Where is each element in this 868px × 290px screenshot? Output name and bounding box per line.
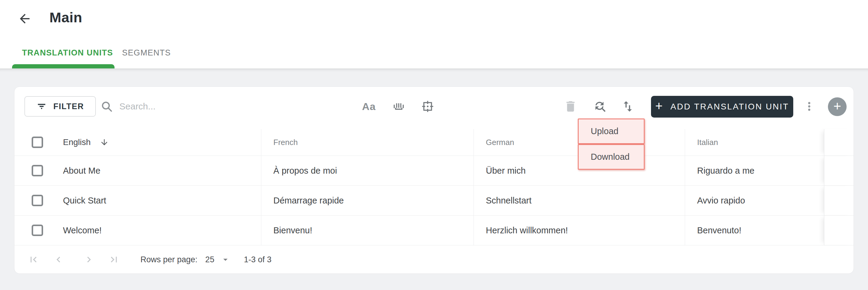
tab-translation-units[interactable]: TRANSLATION UNITS: [22, 48, 113, 58]
rows-per-page-value[interactable]: 25: [205, 255, 214, 264]
select-all-checkbox[interactable]: [32, 137, 43, 148]
focus-frame-icon: [421, 99, 435, 113]
pinned-cell: [824, 156, 854, 185]
more-vert-icon: [803, 100, 816, 113]
translation-units-card: FILTER Aa: [14, 87, 854, 274]
add-circle-plus-icon: +: [833, 99, 841, 113]
table-row[interactable]: Welcome! Bienvenu! Herzlich willkommen! …: [14, 215, 854, 245]
cell-german: Herzlich willkommen!: [473, 215, 685, 245]
column-header-english[interactable]: English: [63, 138, 91, 147]
import-export-icon: [621, 99, 635, 113]
top-header: Main TRANSLATION UNITS SEGMENTS: [0, 0, 868, 68]
import-export-button[interactable]: [621, 99, 635, 114]
focus-frame-button[interactable]: [421, 99, 435, 114]
rows-per-page-dropdown-icon[interactable]: [220, 255, 230, 265]
previous-page-button[interactable]: [53, 254, 64, 266]
translation-units-table: English French German Italian About Me À…: [14, 129, 854, 274]
cell-text: Welcome!: [63, 226, 101, 235]
cell-french: À propos de moi: [261, 156, 473, 185]
menu-item-upload[interactable]: Upload: [578, 118, 645, 144]
cell-italian: Benvenuto!: [685, 215, 824, 245]
arrow-left-icon: [18, 11, 32, 27]
sort-descending-icon[interactable]: [100, 138, 109, 147]
first-page-button[interactable]: [27, 254, 39, 266]
pinned-cell: [824, 186, 854, 215]
table-row[interactable]: Quick Start Démarrage rapide Schnellstar…: [14, 185, 854, 215]
barcode-button[interactable]: [392, 99, 406, 114]
match-case-button[interactable]: Aa: [362, 99, 376, 114]
row-checkbox[interactable]: [32, 195, 43, 206]
pinned-cell: [824, 215, 854, 245]
table-toolbar: FILTER Aa: [14, 87, 854, 129]
barcode-icon: [392, 99, 406, 113]
find-replace-icon: [593, 99, 607, 113]
tab-segments[interactable]: SEGMENTS: [122, 48, 171, 58]
row-checkbox[interactable]: [32, 225, 43, 236]
pinned-header-cell: [824, 129, 854, 155]
search-icon: [100, 100, 113, 113]
cell-english: Quick Start: [14, 186, 261, 215]
back-button[interactable]: [17, 11, 33, 27]
cell-french: Démarrage rapide: [261, 186, 473, 215]
find-replace-button[interactable]: [593, 99, 607, 114]
page-title: Main: [50, 9, 82, 26]
active-tab-indicator: [12, 64, 115, 68]
next-page-button[interactable]: [83, 254, 95, 266]
cell-text: Quick Start: [63, 196, 106, 206]
search-input[interactable]: [119, 101, 306, 112]
filter-icon: [36, 101, 47, 112]
rows-per-page-label: Rows per page:: [141, 255, 197, 264]
column-header-french[interactable]: French: [261, 129, 473, 155]
plus-icon: +: [655, 100, 663, 112]
table-footer: Rows per page: 25 1-3 of 3: [14, 245, 854, 274]
cell-english: Welcome!: [14, 215, 261, 245]
cell-french: Bienvenu!: [261, 215, 473, 245]
pagination-range: 1-3 of 3: [244, 255, 272, 264]
cell-italian: Riguardo a me: [685, 156, 824, 185]
search-box: [100, 96, 306, 117]
cell-english: About Me: [14, 156, 261, 185]
match-case-icon: Aa: [362, 101, 375, 112]
table-row[interactable]: About Me À propos de moi Über mich Rigua…: [14, 155, 854, 185]
last-page-button[interactable]: [108, 254, 120, 266]
trash-icon: [564, 99, 578, 113]
more-options-button[interactable]: [802, 99, 816, 114]
cell-german: Schnellstart: [473, 186, 685, 215]
filter-button-label: FILTER: [53, 102, 84, 111]
cell-text: About Me: [63, 166, 100, 176]
import-export-menu: Upload Download: [578, 118, 645, 170]
add-translation-unit-button[interactable]: + ADD TRANSLATION UNIT: [651, 96, 793, 118]
filter-button[interactable]: FILTER: [24, 96, 96, 117]
cell-italian: Avvio rapido: [685, 186, 824, 215]
add-translation-unit-label: ADD TRANSLATION UNIT: [671, 102, 789, 112]
table-header-row: English French German Italian: [14, 129, 854, 155]
header-cell-english: English: [14, 129, 261, 155]
row-checkbox[interactable]: [32, 165, 43, 176]
add-circle-button[interactable]: +: [828, 97, 846, 116]
column-header-italian[interactable]: Italian: [685, 129, 824, 155]
menu-item-download[interactable]: Download: [578, 144, 645, 170]
delete-button[interactable]: [563, 99, 578, 114]
